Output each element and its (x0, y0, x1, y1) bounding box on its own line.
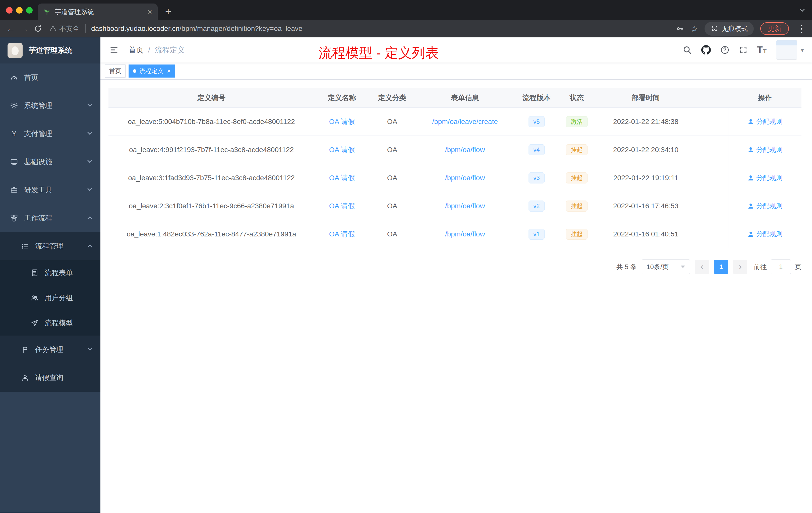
assign-rule-link[interactable]: 分配规则 (748, 117, 783, 126)
sidebar-item-process-management[interactable]: 流程管理 (0, 232, 100, 260)
sidebar-item-label: 基础设施 (24, 157, 52, 167)
assign-rule-link[interactable]: 分配规则 (748, 202, 783, 210)
update-button[interactable]: 更新 (760, 22, 789, 35)
page-content: 定义编号 定义名称 定义分类 表单信息 流程版本 状态 部署时间 操作 oa_l… (100, 80, 812, 513)
incognito-label: 无痕模式 (722, 24, 748, 33)
sidebar-item-infra[interactable]: 基础设施 (0, 148, 100, 176)
tag-label: 首页 (109, 67, 121, 75)
cell-deploy-time: 2022-01-16 01:40:51 (596, 220, 696, 248)
browser-menu-icon[interactable]: ⋮ (795, 23, 808, 34)
user-avatar[interactable]: ▾ (776, 40, 804, 60)
sidebar-item-process-model[interactable]: 流程模型 (0, 310, 100, 336)
reload-button[interactable] (31, 22, 45, 35)
key-icon[interactable] (676, 25, 684, 33)
cell-deploy-time: 2022-01-22 19:19:11 (596, 164, 696, 192)
sidebar-item-system[interactable]: 系统管理 (0, 92, 100, 120)
assign-rule-link[interactable]: 分配规则 (748, 230, 783, 238)
page-size-select[interactable]: 10条/页 (642, 259, 690, 274)
tab-search-icon[interactable] (801, 7, 806, 12)
col-category: 定义分类 (370, 88, 415, 108)
version-badge: v3 (528, 173, 544, 183)
security-status[interactable]: 不安全 (49, 24, 80, 33)
definition-name-link[interactable]: OA 请假 (329, 201, 355, 211)
tab-close-icon[interactable]: × (147, 8, 152, 16)
tag-close-icon[interactable]: × (167, 68, 171, 74)
sidebar-item-payment[interactable]: ¥ 支付管理 (0, 120, 100, 148)
tag-process-definition[interactable]: 流程定义 × (128, 64, 175, 78)
sidebar-item-user-group[interactable]: 用户分组 (0, 285, 100, 310)
chevron-down-icon (87, 186, 92, 191)
pagination-total: 共 5 条 (616, 263, 637, 271)
sidebar: 芋道管理系统 首页 系统管理 ¥ 支付管理 基础设施 (0, 37, 100, 513)
page-1-button[interactable]: 1 (714, 260, 728, 274)
sidebar-item-devtools[interactable]: 研发工具 (0, 176, 100, 204)
chevron-up-icon (87, 216, 92, 221)
page-size-value: 10条/页 (646, 263, 669, 271)
sidebar-item-label: 任务管理 (35, 345, 63, 354)
breadcrumb-current: 流程定义 (155, 45, 185, 55)
font-size-icon[interactable]: TT (757, 46, 766, 55)
definition-name-link[interactable]: OA 请假 (329, 230, 355, 239)
window-zoom-button[interactable] (26, 7, 33, 13)
tab-title: 芋道管理系统 (55, 7, 94, 16)
back-button[interactable]: ← (4, 22, 18, 35)
sidebar-item-task-management[interactable]: 任务管理 (0, 336, 100, 364)
assign-rule-label: 分配规则 (756, 202, 783, 210)
form-info-link[interactable]: /bpm/oa/flow (445, 174, 485, 182)
url-text: dashboard.yudao.iocoder.cn/bpm/manager/d… (91, 25, 302, 33)
fullscreen-icon[interactable] (739, 46, 748, 54)
top-navbar: 首页 / 流程定义 流程模型 - 定义列表 TT (100, 37, 812, 62)
search-icon[interactable] (683, 46, 692, 55)
assign-rule-link[interactable]: 分配规则 (748, 145, 783, 154)
sidebar-item-process-form[interactable]: 流程表单 (0, 260, 100, 285)
sidebar-item-home[interactable]: 首页 (0, 63, 100, 92)
github-icon[interactable] (701, 45, 711, 55)
form-info-link[interactable]: /bpm/oa/leave/create (432, 118, 498, 126)
status-badge: 挂起 (566, 173, 587, 183)
col-status: 状态 (558, 88, 596, 108)
prev-page-button[interactable]: ‹ (695, 260, 709, 274)
incognito-icon (710, 25, 719, 33)
omnibox-divider (85, 24, 86, 33)
assign-rule-link[interactable]: 分配规则 (748, 174, 783, 182)
browser-tab[interactable]: 芋道管理系统 × (38, 3, 158, 20)
sidebar-item-leave-query[interactable]: 请假查询 (0, 364, 100, 392)
definition-name-link[interactable]: OA 请假 (329, 173, 355, 183)
sidebar-logo[interactable]: 芋道管理系统 (0, 37, 100, 63)
form-info-link[interactable]: /bpm/oa/flow (445, 202, 485, 210)
bookmark-star-icon[interactable]: ☆ (691, 24, 698, 33)
next-page-button[interactable]: › (733, 260, 747, 274)
breadcrumb-home[interactable]: 首页 (128, 45, 144, 55)
cell-deploy-time: 2022-01-22 21:48:38 (596, 108, 696, 135)
tag-label: 流程定义 (139, 67, 164, 75)
help-icon[interactable] (720, 46, 729, 55)
sidebar-item-label: 研发工具 (24, 185, 52, 195)
goto-page-input[interactable] (771, 259, 791, 274)
person-icon (748, 118, 754, 125)
version-badge: v5 (528, 116, 544, 127)
sidebar-item-label: 首页 (24, 73, 38, 82)
sidebar-item-workflow[interactable]: 工作流程 (0, 204, 100, 232)
paper-plane-icon (31, 319, 39, 327)
definition-name-link[interactable]: OA 请假 (329, 145, 355, 155)
window-close-button[interactable] (6, 7, 12, 13)
col-definition-name: 定义名称 (314, 88, 370, 108)
sidebar-item-label: 请假查询 (35, 373, 63, 383)
address-bar[interactable]: 不安全 dashboard.yudao.iocoder.cn/bpm/manag… (49, 24, 671, 33)
chevron-down-icon (87, 158, 92, 163)
form-info-link[interactable]: /bpm/oa/flow (445, 146, 485, 154)
cell-definition-id: oa_leave:1:482ec033-762a-11ec-8477-a2380… (109, 220, 314, 248)
form-info-link[interactable]: /bpm/oa/flow (445, 230, 485, 238)
definition-name-link[interactable]: OA 请假 (329, 117, 355, 126)
goto-group: 前往 页 (754, 259, 802, 274)
definition-table: 定义编号 定义名称 定义分类 表单信息 流程版本 状态 部署时间 操作 oa_l… (109, 88, 802, 248)
window-minimize-button[interactable] (16, 7, 23, 13)
new-tab-button[interactable]: + (161, 4, 176, 19)
forward-button[interactable]: → (18, 22, 31, 35)
tag-home[interactable]: 首页 (105, 64, 125, 78)
chevron-down-icon (87, 346, 92, 350)
col-actions: 操作 (728, 88, 802, 108)
breadcrumb-separator: / (148, 46, 150, 54)
sidebar-collapse-button[interactable] (109, 44, 119, 56)
main-area: 首页 / 流程定义 流程模型 - 定义列表 TT (100, 37, 812, 513)
